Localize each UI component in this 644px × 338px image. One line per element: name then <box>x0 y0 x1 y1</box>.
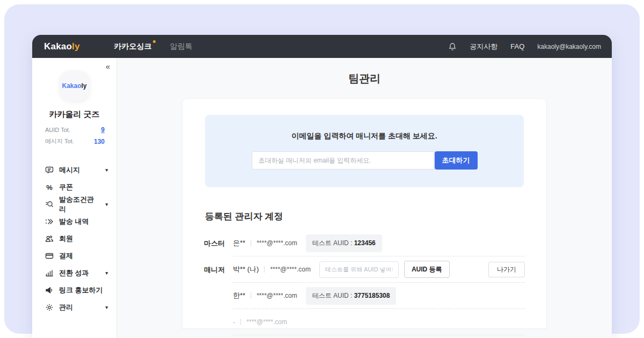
admin-email: ****@****.com <box>270 266 311 273</box>
admins-heading: 등록된 관리자 계정 <box>205 210 524 223</box>
auid-register-button[interactable]: AUID 등록 <box>404 261 450 278</box>
divider <box>251 240 251 246</box>
stat-auid-total: AUID Tot. 9 <box>45 126 105 134</box>
bell-icon[interactable] <box>448 42 457 51</box>
invite-button[interactable]: 초대하기 <box>435 151 478 170</box>
nav-tabs: 카카오싱크 알림톡 <box>114 42 193 52</box>
message-icon <box>45 166 54 174</box>
payment-icon <box>45 252 54 260</box>
megaphone-icon <box>45 286 54 295</box>
sidebar-item-label: 결제 <box>59 251 73 261</box>
stat-auid-label: AUID Tot. <box>45 127 70 133</box>
badge-prefix: 테스트 AUID : <box>312 239 353 247</box>
admin-name: - <box>233 318 235 326</box>
logo-text-primary: Kakao <box>44 41 72 52</box>
stat-auid-value[interactable]: 9 <box>101 126 105 134</box>
sidebar-item-label: 회원 <box>59 234 73 244</box>
workspace-avatar[interactable]: Kakaoly <box>60 71 90 101</box>
sidebar-collapse-icon[interactable]: « <box>106 62 110 70</box>
top-navbar: Kakaoly 카카오싱크 알림톡 공지사항 FAQ kakaoly@kakao… <box>32 35 612 58</box>
tab-kakao-sync-label: 카카오싱크 <box>114 42 152 50</box>
app-logo[interactable]: Kakaoly <box>44 41 80 52</box>
test-auid-badge: 테스트 AUID : 123456 <box>306 234 382 252</box>
admin-row-manager-self: 매니저 박** (나) ****@****.com AUID 등록 나가기 <box>204 256 525 283</box>
role-label: 마스터 <box>204 230 233 256</box>
tab-kakao-sync[interactable]: 카카오싱크 <box>114 42 152 52</box>
filter-search-icon <box>45 200 54 209</box>
main-content: 팀관리 이메일을 입력하여 매니저를 초대해 보세요. 초대하기 등록된 관리자… <box>117 58 612 338</box>
sidebar-item-coupon[interactable]: % 쿠폰 <box>45 179 108 196</box>
divider <box>264 266 265 273</box>
role-label <box>204 309 233 335</box>
auid-input[interactable] <box>319 261 399 278</box>
invite-email-input[interactable] <box>252 151 434 170</box>
sidebar-menu: 메시지 ▾ % 쿠폰 발송조건관리 ▾ <box>45 161 108 316</box>
sidebar-item-admin[interactable]: 관리 ▾ <box>45 299 108 316</box>
divider <box>251 292 251 299</box>
avatar-text-accent: ly <box>82 82 87 90</box>
stat-message-label: 메시지 Tot. <box>45 137 74 145</box>
chevron-down-icon[interactable]: ▾ <box>105 305 108 310</box>
bar-chart-icon <box>45 269 54 277</box>
invite-manager-panel: 이메일을 입력하여 매니저를 초대해 보세요. 초대하기 <box>205 115 524 187</box>
new-badge-dot-icon <box>153 40 156 43</box>
admin-email: ****@****.com <box>257 239 297 247</box>
admin-row-pending: - ****@****.com <box>204 309 525 335</box>
admin-name: 한** <box>233 291 245 300</box>
badge-value: 3775185308 <box>354 292 390 299</box>
role-label <box>204 283 233 309</box>
sidebar-item-send-history[interactable]: 발송 내역 <box>45 213 108 230</box>
nav-faq-link[interactable]: FAQ <box>510 42 524 50</box>
badge-value: 123456 <box>354 239 376 247</box>
admin-row-manager: 한** ****@****.com 테스트 AUID : 3775185308 <box>204 283 525 309</box>
workspace-stats: AUID Tot. 9 메시지 Tot. 130 <box>45 126 105 145</box>
navbar-right: 공지사항 FAQ kakaoly@kakaoly.com <box>448 42 601 52</box>
gear-icon <box>45 303 54 312</box>
workspace-name: 카카올리 굿즈 <box>32 109 116 120</box>
members-icon <box>45 234 54 243</box>
stat-message-total: 메시지 Tot. 130 <box>45 137 105 145</box>
badge-prefix: 테스트 AUID : <box>312 292 353 299</box>
tab-alimtalk[interactable]: 알림톡 <box>170 42 193 52</box>
sidebar: « Kakaoly 카카올리 굿즈 AUID Tot. 9 메시지 Tot. 1… <box>32 58 117 338</box>
invite-message: 이메일을 입력하여 매니저를 초대해 보세요. <box>205 131 524 141</box>
sidebar-item-messages[interactable]: 메시지 ▾ <box>45 161 108 179</box>
test-auid-badge: 테스트 AUID : 3775185308 <box>306 287 397 305</box>
chevron-down-icon[interactable]: ▾ <box>105 167 108 173</box>
sidebar-item-conversion[interactable]: 전환 성과 ▾ <box>45 264 108 282</box>
sidebar-item-label: 발송 내역 <box>59 217 89 226</box>
stat-message-value[interactable]: 130 <box>94 138 105 145</box>
coupon-icon: % <box>45 183 54 192</box>
account-email[interactable]: kakaoly@kakaoly.com <box>537 43 601 50</box>
page-title: 팀관리 <box>117 71 612 86</box>
sidebar-item-label: 링크 홍보하기 <box>59 285 103 295</box>
sidebar-item-label: 발송조건관리 <box>59 195 100 214</box>
sidebar-item-members[interactable]: 회원 <box>45 230 108 247</box>
tab-alimtalk-label: 알림톡 <box>170 42 193 50</box>
admin-name: 은** <box>233 238 245 248</box>
admin-email: ****@****.com <box>257 292 297 299</box>
admin-name: 박** (나) <box>233 264 259 274</box>
team-management-card: 이메일을 입력하여 매니저를 초대해 보세요. 초대하기 등록된 관리자 계정 … <box>182 98 547 329</box>
role-label: 매니저 <box>204 256 233 283</box>
leave-team-button[interactable]: 나가기 <box>488 262 525 277</box>
chevron-down-icon[interactable]: ▾ <box>105 202 108 207</box>
sidebar-item-payment[interactable]: 결제 <box>45 247 108 264</box>
sidebar-item-link-promo[interactable]: 링크 홍보하기 <box>45 282 108 299</box>
avatar-text-primary: Kakao <box>62 82 81 90</box>
sidebar-item-label: 관리 <box>59 303 73 312</box>
app-window: Kakaoly 카카오싱크 알림톡 공지사항 FAQ kakaoly@kakao… <box>32 35 612 338</box>
divider <box>240 319 241 325</box>
sidebar-item-label: 쿠폰 <box>59 182 73 192</box>
nav-notice-link[interactable]: 공지사항 <box>470 42 497 52</box>
logo-text-accent: ly <box>72 41 80 52</box>
admin-account-list: 마스터 은** ****@****.com 테스트 AUID : 123456 … <box>204 230 525 335</box>
send-history-icon <box>45 217 54 226</box>
admin-row-master: 마스터 은** ****@****.com 테스트 AUID : 123456 <box>204 230 525 256</box>
sidebar-item-label: 전환 성과 <box>59 268 89 278</box>
admin-email: ****@****.com <box>246 318 287 326</box>
chevron-down-icon[interactable]: ▾ <box>105 270 108 276</box>
sidebar-item-send-conditions[interactable]: 발송조건관리 ▾ <box>45 196 108 213</box>
sidebar-item-label: 메시지 <box>59 165 80 175</box>
